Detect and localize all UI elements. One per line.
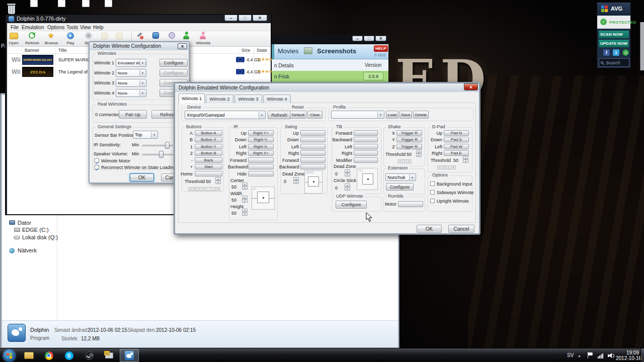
wiimote4-source-dropdown[interactable]: None — [116, 89, 146, 97]
start-button[interactable] — [3, 349, 16, 362]
show-desktop-button[interactable] — [640, 348, 644, 362]
spin-up[interactable] — [463, 156, 468, 159]
binding-button[interactable]: Right X+ — [248, 150, 274, 156]
wiimote-icon[interactable] — [200, 32, 207, 40]
action-center-flag-icon[interactable] — [588, 352, 594, 359]
binding-button[interactable] — [354, 137, 378, 142]
desktop-file-icon[interactable] — [105, 0, 112, 7]
binding-button[interactable] — [195, 171, 222, 176]
clock[interactable]: 19:09 2012-10-16 — [616, 350, 639, 361]
mini-button[interactable]: R — [451, 165, 456, 169]
speaker-volume-slider[interactable] — [142, 154, 173, 155]
motor-binding-button[interactable] — [398, 201, 423, 207]
binding-button[interactable]: Start — [195, 164, 222, 169]
binding-button[interactable]: Trigger R — [396, 144, 422, 149]
spin-down[interactable] — [242, 199, 248, 203]
tree-item-drive-q[interactable]: Lokal disk (Q:) — [22, 234, 58, 240]
spin-down[interactable] — [463, 159, 468, 163]
binding-button[interactable]: Button X — [195, 137, 222, 142]
wiimote1-source-dropdown[interactable]: Emulated Wiimote — [116, 59, 146, 67]
scan-now-button[interactable]: SCAN NOW — [599, 31, 629, 38]
menu-help[interactable]: Help — [93, 25, 104, 30]
play-icon[interactable] — [67, 32, 74, 39]
audio-icon[interactable] — [169, 32, 175, 39]
binding-button[interactable]: Pad N — [444, 130, 469, 136]
close-button[interactable] — [253, 15, 267, 21]
menu-tools[interactable]: Tools — [66, 25, 78, 30]
profile-dropdown[interactable] — [331, 111, 384, 119]
spin-up[interactable] — [242, 183, 248, 186]
spin-up[interactable] — [242, 196, 248, 199]
help-button[interactable]: HELP — [374, 45, 388, 52]
spin-down[interactable] — [416, 153, 422, 157]
menu-file[interactable]: File — [11, 25, 19, 30]
spin-down[interactable] — [293, 180, 299, 184]
tree-item-computer[interactable]: Dator — [18, 220, 31, 226]
graphics-icon[interactable] — [152, 32, 159, 39]
pair-up-button[interactable]: Pair Up — [119, 110, 147, 119]
close-button[interactable] — [178, 43, 187, 49]
desktop-file-icon[interactable] — [58, 0, 65, 7]
background-input-checkbox[interactable] — [430, 182, 435, 186]
menu-emulation[interactable]: Emulation — [22, 25, 44, 30]
taskbar-explorer-button[interactable] — [19, 349, 38, 362]
column-banner[interactable]: Banner — [25, 48, 39, 53]
extension-dropdown[interactable]: Nunchuk — [385, 173, 416, 181]
udp-configure-button[interactable]: Configure — [336, 201, 367, 209]
open-icon[interactable] — [10, 33, 18, 39]
profile-save-button[interactable]: Save — [399, 111, 412, 119]
ir-sensitivity-thumb[interactable] — [165, 142, 170, 149]
binding-button[interactable]: Back — [195, 157, 222, 163]
facebook-icon[interactable]: f — [603, 49, 610, 56]
binding-button[interactable] — [248, 164, 274, 169]
close-button[interactable] — [464, 83, 478, 90]
taskbar-skype-button[interactable]: S — [59, 349, 78, 362]
binding-button[interactable] — [248, 171, 274, 176]
cancel-button[interactable]: Cancel — [448, 225, 474, 233]
hidden-icons-arrow[interactable]: ▲ — [578, 354, 581, 357]
twitter-icon[interactable]: t — [613, 49, 619, 56]
speaker-volume-thumb[interactable] — [159, 151, 164, 158]
tab-wiimote3[interactable]: Wiimote 3 — [234, 95, 262, 103]
column-state[interactable]: State — [257, 48, 267, 53]
column-size[interactable]: Size — [242, 48, 251, 53]
ok-button[interactable]: OK — [130, 173, 154, 182]
device-dropdown[interactable]: XInput/0/Gamepad — [185, 111, 266, 119]
binding-button[interactable]: Right X- — [248, 144, 274, 149]
mini-button[interactable]: H — [215, 187, 220, 191]
refresh-icon[interactable] — [29, 32, 35, 39]
binding-button[interactable] — [300, 144, 326, 149]
binding-button[interactable] — [300, 157, 326, 163]
binding-button[interactable]: Right Y- — [248, 137, 274, 142]
binding-button[interactable] — [300, 130, 326, 136]
volume-tray-icon[interactable] — [608, 353, 614, 358]
spin-down[interactable] — [242, 212, 248, 216]
profile-load-button[interactable]: Load — [386, 111, 398, 119]
taskbar-chrome-button[interactable] — [39, 349, 58, 362]
binding-button[interactable]: Right Y+ — [248, 130, 274, 136]
tab-screenshots[interactable]: Screenshots — [317, 47, 356, 55]
spin-down[interactable] — [345, 187, 350, 191]
binding-button[interactable] — [300, 137, 326, 142]
taskbar-steam-button[interactable] — [79, 349, 99, 362]
config-icon[interactable] — [136, 32, 143, 39]
binding-button[interactable]: Button Y — [195, 144, 222, 149]
network-tray-icon[interactable] — [598, 353, 604, 358]
menu-options[interactable]: Options — [47, 25, 64, 30]
binding-button[interactable]: Button B — [195, 150, 222, 156]
reconnect-checkbox[interactable] — [95, 165, 99, 169]
taskbar-dolphin-button-active[interactable] — [120, 349, 139, 362]
binding-button[interactable] — [354, 150, 378, 156]
minimize-button[interactable] — [224, 15, 237, 21]
close-button[interactable] — [375, 36, 386, 41]
minimize-button[interactable] — [352, 36, 363, 41]
search-input[interactable]: Search — [599, 58, 629, 67]
wiimote2-source-dropdown[interactable]: None — [116, 69, 146, 77]
binding-button[interactable] — [354, 144, 378, 149]
desktop-file-icon[interactable] — [30, 0, 38, 7]
spin-down[interactable] — [242, 186, 248, 190]
binding-button[interactable]: Trigger R — [396, 130, 422, 136]
binding-button[interactable]: Button A — [195, 130, 222, 136]
clear-button[interactable]: Clear — [307, 111, 323, 119]
avg-community-icon[interactable] — [622, 49, 629, 56]
